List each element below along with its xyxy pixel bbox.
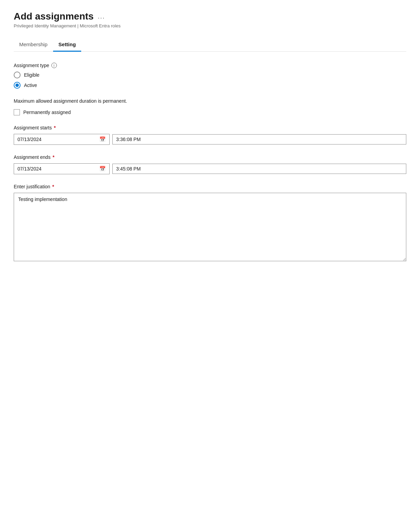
assignment-starts-time-input[interactable]	[116, 137, 403, 142]
assignment-starts-date-input[interactable]	[17, 137, 97, 142]
permanently-assigned-label: Permanently assigned	[23, 110, 71, 115]
assignment-ends-calendar-icon[interactable]: 📅	[99, 166, 106, 172]
assignment-ends-time-wrapper	[112, 164, 406, 174]
radio-active-circle	[14, 82, 21, 89]
duration-info-section: Maximum allowed assignment duration is p…	[14, 98, 406, 115]
assignment-ends-label: Assignment ends *	[14, 154, 406, 160]
title-text: Add assignments	[14, 11, 94, 22]
permanently-assigned-box	[14, 109, 20, 115]
assignment-ends-date-input[interactable]	[17, 166, 97, 172]
radio-active-label: Active	[24, 83, 37, 88]
assignment-type-label: Assignment type i	[14, 63, 406, 68]
radio-eligible-label: Eligible	[24, 72, 39, 78]
justification-textarea[interactable]	[14, 193, 406, 261]
page-subtitle: Privileged Identity Management | Microso…	[14, 23, 406, 28]
assignment-starts-label: Assignment starts *	[14, 125, 406, 130]
assignment-starts-date-wrapper: 📅	[14, 134, 110, 145]
assignment-type-section: Assignment type i Eligible Active	[14, 63, 406, 89]
assignment-ends-time-input[interactable]	[116, 166, 403, 172]
duration-info-text: Maximum allowed assignment duration is p…	[14, 98, 406, 104]
assignment-starts-section: Assignment starts * 📅	[14, 125, 406, 145]
assignment-ends-section: Assignment ends * 📅	[14, 154, 406, 174]
assignment-ends-row: 📅	[14, 163, 406, 174]
tab-setting[interactable]: Setting	[53, 38, 82, 52]
assignment-starts-row: 📅	[14, 134, 406, 145]
assignment-starts-required: *	[54, 125, 55, 130]
title-ellipsis: ...	[98, 13, 105, 20]
assignment-type-info-icon[interactable]: i	[51, 63, 57, 68]
assignment-starts-time-wrapper	[112, 134, 406, 144]
permanently-assigned-checkbox[interactable]: Permanently assigned	[14, 109, 406, 115]
assignment-ends-required: *	[52, 154, 54, 160]
justification-required: *	[52, 184, 54, 189]
radio-active[interactable]: Active	[14, 82, 406, 89]
radio-eligible[interactable]: Eligible	[14, 72, 406, 78]
tabs-container: Membership Setting	[14, 38, 406, 52]
assignment-type-radio-group: Eligible Active	[14, 72, 406, 89]
justification-label: Enter justification *	[14, 184, 406, 189]
assignment-starts-calendar-icon[interactable]: 📅	[99, 136, 106, 142]
page-title: Add assignments ...	[14, 11, 406, 22]
justification-section: Enter justification *	[14, 184, 406, 263]
assignment-ends-date-wrapper: 📅	[14, 163, 110, 174]
radio-eligible-circle	[14, 72, 21, 78]
tab-membership[interactable]: Membership	[14, 38, 53, 52]
